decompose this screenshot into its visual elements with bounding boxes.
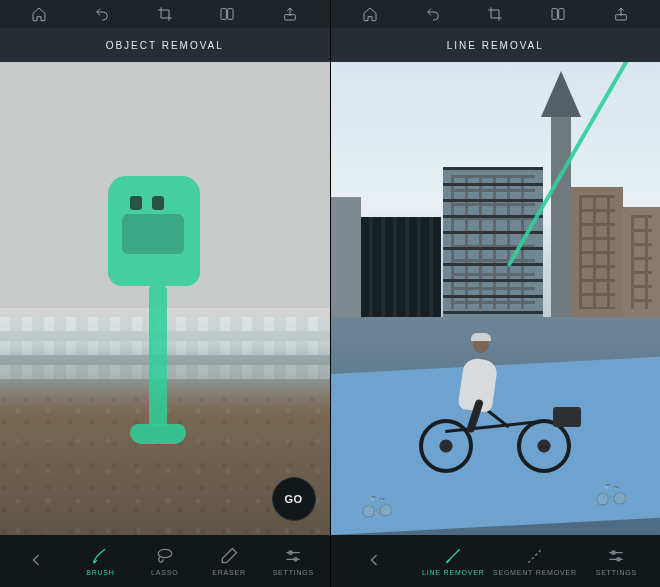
share-icon[interactable] <box>281 5 299 23</box>
svg-rect-7 <box>559 9 564 20</box>
home-icon[interactable] <box>361 5 379 23</box>
tool-label: LINE REMOVER <box>422 569 485 576</box>
tool-label: BRUSH <box>86 569 115 576</box>
tool-label: ERASER <box>212 569 246 576</box>
tool-line-remover[interactable]: LINE REMOVER <box>414 546 493 576</box>
undo-icon[interactable] <box>93 5 111 23</box>
tool-settings[interactable]: SETTINGS <box>577 546 656 576</box>
building <box>623 207 661 317</box>
building <box>331 197 361 317</box>
lasso-icon <box>155 546 175 566</box>
svg-rect-1 <box>228 9 233 20</box>
sliders-icon <box>606 546 626 566</box>
crop-icon[interactable] <box>486 5 504 23</box>
svg-rect-6 <box>552 9 557 20</box>
canvas-right[interactable]: 🚲 🚲 <box>331 62 661 535</box>
brush-icon <box>90 546 110 566</box>
go-button-label: GO <box>284 493 302 505</box>
tool-label: SETTINGS <box>273 569 314 576</box>
tool-segment-remover[interactable]: SEGMENT REMOVER <box>493 546 577 576</box>
back-button[interactable] <box>4 550 68 573</box>
compare-icon[interactable] <box>549 5 567 23</box>
compare-icon[interactable] <box>218 5 236 23</box>
tool-label: LASSO <box>151 569 178 576</box>
bike-lane-icon: 🚲 <box>361 487 393 520</box>
building <box>571 187 623 317</box>
back-button[interactable] <box>335 550 414 573</box>
wave <box>0 365 330 379</box>
topbar-right <box>331 0 661 28</box>
cyclist <box>415 333 575 473</box>
undo-icon[interactable] <box>424 5 442 23</box>
line-remover-icon <box>443 546 463 566</box>
go-button[interactable]: GO <box>272 477 316 521</box>
wave <box>0 341 330 355</box>
topbar-left <box>0 0 330 28</box>
wave <box>0 317 330 331</box>
tool-label: SETTINGS <box>596 569 637 576</box>
segment-remover-icon <box>525 546 545 566</box>
bike-lane-icon: 🚲 <box>594 475 626 508</box>
tool-settings[interactable]: SETTINGS <box>261 546 325 576</box>
panel-title: OBJECT REMOVAL <box>0 28 330 62</box>
panel-title-text: OBJECT REMOVAL <box>106 40 224 51</box>
panel-object-removal: OBJECT REMOVAL GO <box>0 0 330 587</box>
panel-title: LINE REMOVAL <box>331 28 661 62</box>
sliders-icon <box>283 546 303 566</box>
home-icon[interactable] <box>30 5 48 23</box>
back-icon <box>364 550 384 570</box>
crop-icon[interactable] <box>156 5 174 23</box>
tool-eraser[interactable]: ERASER <box>197 546 261 576</box>
tool-brush[interactable]: BRUSH <box>68 546 132 576</box>
tower <box>551 117 571 317</box>
tool-lasso[interactable]: LASSO <box>133 546 197 576</box>
back-icon <box>26 550 46 570</box>
canvas-left[interactable]: GO <box>0 62 330 535</box>
beach-scene <box>0 62 330 535</box>
city-scene: 🚲 🚲 <box>331 62 661 535</box>
panel-title-text: LINE REMOVAL <box>447 40 544 51</box>
toolbar-right: LINE REMOVER SEGMENT REMOVER SETTINGS <box>331 535 661 587</box>
building <box>361 217 441 317</box>
share-icon[interactable] <box>612 5 630 23</box>
building <box>443 167 543 317</box>
toolbar-left: BRUSH LASSO ERASER SETTINGS <box>0 535 330 587</box>
panel-line-removal: LINE REMOVAL 🚲 🚲 <box>330 0 661 587</box>
eraser-icon <box>219 546 239 566</box>
tool-label: SEGMENT REMOVER <box>493 569 577 576</box>
svg-rect-0 <box>221 9 226 20</box>
svg-point-3 <box>158 549 171 557</box>
